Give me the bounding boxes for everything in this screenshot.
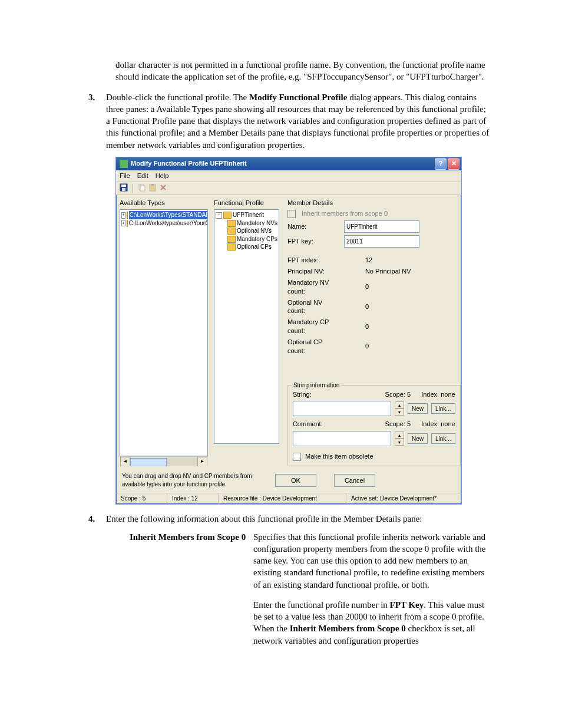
expand-icon[interactable]: + [121, 212, 125, 219]
available-types-tree[interactable]: + C:\LonWorks\Types\STANDAR + C:\LonWork… [120, 209, 208, 456]
comment-scope: Scope: 5 [385, 420, 411, 429]
new-comment-button[interactable]: New [408, 433, 428, 444]
status-scope: Scope : 5 [116, 493, 167, 504]
detail-value: 0 [365, 302, 369, 311]
menu-help[interactable]: Help [156, 172, 169, 180]
expand-icon[interactable]: + [121, 220, 125, 226]
detail-value: 12 [365, 256, 372, 265]
new-string-button[interactable]: New [408, 403, 428, 414]
definition-block: Inherit Members from Scope 0 Specifies t… [130, 531, 491, 655]
name-input[interactable] [344, 220, 419, 233]
list-text-4: Enter the following information about th… [106, 513, 491, 525]
detail-label: Mandatory NV count: [287, 278, 340, 296]
spin-up-icon[interactable]: ▲ [395, 431, 404, 439]
copy-icon[interactable] [138, 183, 146, 194]
inherit-label: Inherit members from scope 0 [302, 209, 388, 218]
tree-node-1[interactable]: C:\LonWorks\Types\STANDAR [129, 211, 208, 219]
delete-icon[interactable] [159, 183, 167, 194]
fp-root[interactable]: UFPTinherit [233, 211, 264, 219]
paste-icon[interactable] [148, 183, 157, 194]
intro-paragraph: dollar character is not permitted in a f… [115, 59, 491, 83]
detail-value: 0 [365, 342, 369, 351]
help-button[interactable]: ? [435, 158, 447, 170]
window-title: Modify Functional Profile UFPTinherit [131, 159, 247, 168]
detail-value: 0 [365, 282, 369, 291]
string-label: String: [293, 390, 322, 399]
menu-edit[interactable]: Edit [137, 172, 148, 180]
detail-label: Optional NV count: [287, 298, 340, 316]
drag-drop-hint: You can drag and drop NV and CP members … [122, 472, 257, 488]
comment-index: Index: none [421, 420, 455, 429]
modify-functional-profile-dialog: Modify Functional Profile UFPTinherit ? … [115, 157, 462, 505]
fp-child[interactable]: Mandatory NVs [237, 219, 277, 228]
close-button[interactable]: ✕ [448, 158, 459, 170]
svg-rect-2 [122, 188, 125, 191]
definition-description: Specifies that this functional profile i… [253, 531, 491, 655]
detail-label: Principal NV: [287, 267, 340, 276]
svg-rect-6 [151, 184, 154, 186]
folder-icon [127, 212, 128, 219]
toolbar [116, 182, 461, 196]
folder-icon [227, 228, 236, 235]
comment-label: Comment: [293, 420, 322, 429]
list-item-4: 4. Enter the following information about… [88, 513, 491, 525]
menu-file[interactable]: File [120, 172, 130, 180]
folder-icon [227, 220, 236, 227]
statusbar: Scope : 5 Index : 12 Resource file : Dev… [116, 493, 461, 504]
tree-scrollbar[interactable]: ◄ ► [120, 456, 208, 466]
folder-open-icon [223, 212, 232, 219]
tree-node-2[interactable]: C:\LonWorks\types\user\YourC [129, 219, 208, 228]
folder-icon [127, 220, 128, 227]
comment-textarea[interactable] [293, 431, 391, 446]
status-activeset: Active set: Device Development* [346, 493, 461, 504]
list-item-3: 3. Double-click the functional profile. … [88, 91, 491, 151]
string-information-group: String information String: Scope: 5 Inde… [287, 385, 461, 467]
list-number-3: 3. [88, 91, 106, 151]
string-scope: Scope: 5 [385, 390, 411, 399]
scroll-left-icon[interactable]: ◄ [120, 457, 130, 466]
spin-down-icon[interactable]: ▼ [395, 439, 404, 446]
svg-rect-4 [140, 186, 145, 191]
name-label: Name: [287, 222, 340, 231]
detail-value: 0 [365, 322, 369, 331]
functional-profile-label: Functional Profile [214, 199, 279, 207]
ok-button[interactable]: OK [275, 474, 316, 487]
available-types-label: Available Types [120, 199, 208, 207]
fp-child[interactable]: Mandatory CPs [237, 235, 277, 243]
obsolete-label: Make this item obsolete [305, 453, 373, 460]
detail-label: Mandatory CP count: [287, 318, 340, 335]
link-string-button[interactable]: Link... [431, 403, 455, 414]
member-details-label: Member Details [287, 199, 461, 207]
fptkey-input[interactable] [344, 235, 419, 248]
fptkey-label: FPT key: [287, 237, 340, 246]
collapse-icon[interactable]: − [216, 212, 222, 219]
status-index: Index : 12 [167, 493, 219, 504]
save-icon[interactable] [120, 183, 128, 194]
detail-value: No Principal NV [365, 267, 411, 276]
definition-term: Inherit Members from Scope 0 [130, 531, 253, 655]
list-text-3: Double-click the functional profile. The… [106, 91, 491, 151]
folder-icon [227, 243, 236, 251]
functional-profile-tree[interactable]: − UFPTinherit Mandatory NVs Optional NVs… [214, 209, 279, 444]
string-textarea[interactable] [293, 401, 391, 416]
obsolete-checkbox[interactable] [293, 453, 301, 461]
svg-rect-1 [121, 185, 126, 187]
inherit-checkbox [287, 210, 296, 218]
detail-label: Optional CP count: [287, 338, 340, 355]
fp-child[interactable]: Optional NVs [237, 227, 272, 235]
menubar: File Edit Help [116, 170, 461, 182]
folder-icon [227, 236, 236, 243]
detail-label: FPT index: [287, 256, 340, 265]
spin-up-icon[interactable]: ▲ [395, 401, 404, 409]
group-title: String information [292, 381, 341, 390]
string-index: Index: none [421, 390, 455, 399]
titlebar: Modify Functional Profile UFPTinherit ? … [116, 157, 461, 170]
status-resfile: Resource file : Device Development [219, 493, 346, 504]
fp-child[interactable]: Optional CPs [237, 243, 272, 251]
list-number-4: 4. [88, 513, 106, 525]
cancel-button[interactable]: Cancel [334, 474, 375, 487]
link-comment-button[interactable]: Link... [431, 433, 455, 444]
scroll-thumb[interactable] [130, 458, 167, 466]
spin-down-icon[interactable]: ▼ [395, 409, 404, 416]
scroll-right-icon[interactable]: ► [197, 457, 207, 466]
